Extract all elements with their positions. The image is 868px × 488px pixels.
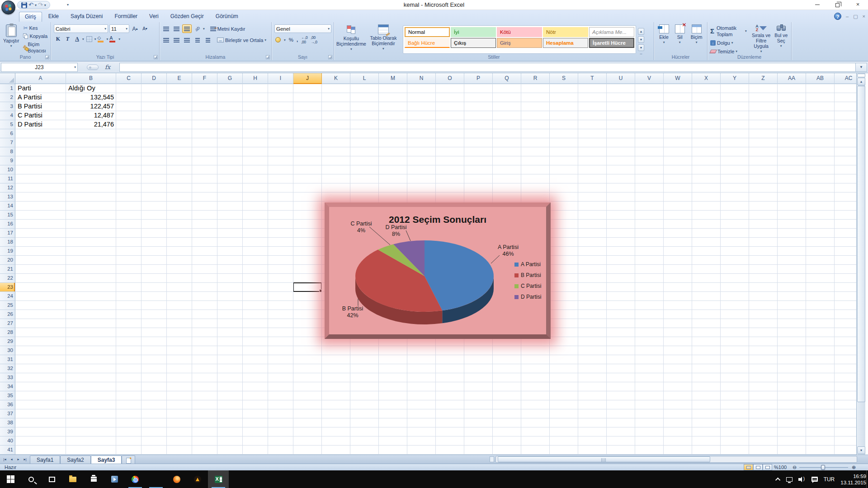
cut-button[interactable]: ✂Kes bbox=[22, 24, 49, 32]
cell-style-good[interactable]: İyi bbox=[451, 27, 496, 37]
column-header-AA[interactable]: AA bbox=[778, 73, 806, 84]
autosum-button[interactable]: ΣOtomatik Toplam▾ bbox=[709, 24, 748, 38]
cell-style-bad[interactable]: Kötü bbox=[497, 27, 542, 37]
format-painter-button[interactable]: Biçim Boyacısı bbox=[22, 41, 49, 54]
chrome-taskbar-button[interactable] bbox=[125, 470, 146, 488]
fill-button[interactable]: ↓Dolgu▾ bbox=[709, 39, 748, 47]
row-header-37[interactable]: 37 bbox=[0, 409, 15, 418]
paste-button[interactable]: Yapıştır ▾ bbox=[2, 23, 20, 54]
underline-dropdown[interactable]: ▾ bbox=[82, 37, 84, 41]
bold-button[interactable]: K bbox=[54, 35, 62, 43]
chart-legend[interactable]: A PartisiB PartisiC PartisiD Partisi bbox=[514, 261, 541, 300]
tab-splitter[interactable] bbox=[490, 456, 494, 462]
row-header-5[interactable]: 5 bbox=[0, 120, 15, 129]
column-header-A[interactable]: A bbox=[15, 73, 66, 84]
active-cell[interactable] bbox=[293, 282, 322, 292]
ribbon-tab-formüller[interactable]: Formüller bbox=[109, 12, 143, 22]
column-header-C[interactable]: C bbox=[116, 73, 142, 84]
scroll-up-icon[interactable]: ▲ bbox=[857, 78, 865, 85]
align-bottom-button[interactable] bbox=[182, 24, 192, 33]
ribbon-tab-sayfa-düzeni[interactable]: Sayfa Düzeni bbox=[65, 12, 108, 22]
ribbon-tab-gözden-geçir[interactable]: Gözden Geçir bbox=[165, 12, 209, 22]
row-header-40[interactable]: 40 bbox=[0, 436, 15, 446]
cell-A3[interactable]: B Partisi bbox=[16, 102, 66, 111]
column-header-R[interactable]: R bbox=[521, 73, 550, 84]
gallery-up-icon[interactable]: ▲ bbox=[638, 28, 644, 35]
row-header-20[interactable]: 20 bbox=[0, 256, 15, 265]
align-left-button[interactable] bbox=[161, 36, 171, 44]
row-header-38[interactable]: 38 bbox=[0, 418, 15, 427]
legend-item-d-partisi[interactable]: D Partisi bbox=[514, 294, 541, 300]
search-taskbar-button[interactable] bbox=[21, 470, 42, 488]
column-header-D[interactable]: D bbox=[142, 73, 167, 84]
row-header-27[interactable]: 27 bbox=[0, 319, 15, 328]
notification-icon[interactable] bbox=[811, 477, 818, 482]
undo-icon[interactable]: ↶ bbox=[28, 1, 33, 9]
insert-sheet-tab[interactable] bbox=[122, 455, 135, 464]
row-header-22[interactable]: 22 bbox=[0, 274, 15, 283]
workbook-minimize-icon[interactable]: – bbox=[846, 13, 849, 19]
font-size-combo[interactable]: 11▾ bbox=[109, 24, 129, 33]
row-header-25[interactable]: 25 bbox=[0, 301, 15, 310]
legend-item-c-partisi[interactable]: C Partisi bbox=[514, 283, 541, 289]
number-dialog-launcher-icon[interactable] bbox=[328, 55, 332, 59]
row-header-39[interactable]: 39 bbox=[0, 427, 15, 436]
increase-decimal-button[interactable]: ←,0,00 bbox=[301, 35, 307, 44]
row-header-34[interactable]: 34 bbox=[0, 382, 15, 391]
cell-style-normal[interactable]: Normal bbox=[405, 27, 450, 37]
insert-function-icon[interactable]: fx bbox=[105, 64, 110, 70]
accounting-format-icon[interactable] bbox=[275, 37, 281, 42]
grow-font-button[interactable]: A▴ bbox=[131, 24, 139, 33]
italic-button[interactable]: T bbox=[63, 35, 72, 43]
cell-style-output[interactable]: Çıkış bbox=[451, 38, 496, 48]
volume-icon[interactable]: ) bbox=[798, 477, 806, 482]
row-header-13[interactable]: 13 bbox=[0, 192, 15, 202]
language-indicator[interactable]: TUR bbox=[824, 476, 835, 483]
row-header-8[interactable]: 8 bbox=[0, 147, 15, 156]
row-header-10[interactable]: 10 bbox=[0, 165, 15, 174]
name-box-dropdown[interactable]: ▾ bbox=[74, 65, 76, 69]
column-header-U[interactable]: U bbox=[607, 73, 635, 84]
fill-color-button[interactable]: ◇ bbox=[97, 35, 106, 43]
sheet-tab-sayfa3[interactable]: Sayfa3 bbox=[91, 455, 122, 464]
gallery-down-icon[interactable]: ▼ bbox=[638, 36, 644, 43]
save-icon[interactable] bbox=[21, 2, 27, 8]
split-handle[interactable] bbox=[857, 74, 865, 77]
row-header-30[interactable]: 30 bbox=[0, 346, 15, 355]
ribbon-tab-ekle[interactable]: Ekle bbox=[43, 12, 64, 22]
row-header-12[interactable]: 12 bbox=[0, 183, 15, 192]
show-desktop-button[interactable] bbox=[866, 470, 868, 488]
accounting-dropdown[interactable]: ▾ bbox=[284, 38, 286, 42]
align-top-button[interactable] bbox=[161, 24, 171, 33]
font-color-dropdown[interactable]: ▾ bbox=[118, 37, 120, 41]
format-cells-button[interactable]: Biçim▾ bbox=[689, 23, 704, 54]
qat-customize-icon[interactable]: ▾ bbox=[67, 3, 69, 7]
find-select-button[interactable]: Bul ve Seç▾ bbox=[773, 23, 790, 54]
vertical-scrollbar[interactable]: ▲ ▼ bbox=[856, 73, 865, 455]
row-header-6[interactable]: 6 bbox=[0, 129, 15, 138]
sheet-tab-sayfa1[interactable]: Sayfa1 bbox=[30, 455, 60, 464]
clock[interactable]: 16:59 13.11.2015 bbox=[840, 473, 866, 486]
row-header-16[interactable]: 16 bbox=[0, 220, 15, 229]
shrink-font-button[interactable]: A▾ bbox=[141, 24, 149, 33]
first-sheet-icon[interactable]: |◂ bbox=[2, 457, 8, 461]
horizontal-scrollbar[interactable] bbox=[495, 456, 857, 463]
row-header-24[interactable]: 24 bbox=[0, 292, 15, 301]
delete-cells-button[interactable]: Sil▾ bbox=[674, 23, 686, 54]
percent-style-button[interactable]: % bbox=[289, 37, 293, 42]
media-player-taskbar-button[interactable] bbox=[104, 470, 125, 488]
cell-A5[interactable]: D Partisi bbox=[16, 120, 66, 129]
cell-style-input[interactable]: Giriş bbox=[497, 38, 542, 48]
wrap-text-button[interactable]: Metni Kaydır bbox=[209, 25, 246, 33]
cell-B3[interactable]: 122,457 bbox=[66, 102, 116, 111]
column-header-Z[interactable]: Z bbox=[749, 73, 778, 84]
pie-chart[interactable]: 2012 Seçim Sonuçları A Partisi46%B Parti… bbox=[325, 202, 551, 339]
row-header-29[interactable]: 29 bbox=[0, 337, 15, 346]
legend-item-a-partisi[interactable]: A Partisi bbox=[514, 261, 541, 267]
underline-button[interactable]: A bbox=[73, 35, 81, 43]
column-header-K[interactable]: K bbox=[322, 73, 350, 84]
cell-A1[interactable]: Parti bbox=[16, 84, 66, 93]
row-header-17[interactable]: 17 bbox=[0, 229, 15, 238]
cell-style-linked[interactable]: Bağlı Hücre bbox=[405, 38, 450, 48]
workbook-close-icon[interactable]: × bbox=[863, 13, 865, 19]
